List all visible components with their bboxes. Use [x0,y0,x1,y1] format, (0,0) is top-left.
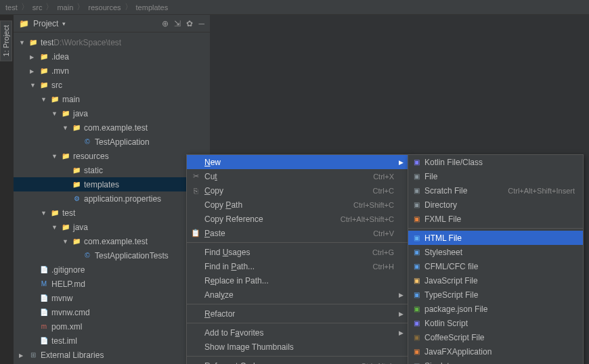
file-icon: 📄 [39,308,49,317]
tree-path: D:\WorkSpace\test [53,38,121,47]
arrow-icon[interactable] [41,96,47,103]
submenu-item-kotlin-script[interactable]: ▣Kotlin Script [408,316,583,330]
tree-item-external-libraries[interactable]: ⊞External Libraries [14,348,210,362]
html-icon: ▣ [411,233,422,243]
menu-item-refactor[interactable]: Refactor▶ [187,306,408,321]
tree-label: TestApplication [95,137,150,147]
file-icon: ▣ [411,172,422,181]
side-tab-project[interactable]: 1: Project [0,20,12,61]
submenu-item-javascript-file[interactable]: ▣JavaScript File [408,273,583,288]
arrow-icon[interactable] [62,238,69,245]
pkg-icon: ▣ [411,304,422,314]
breadcrumb-item[interactable]: src [32,3,43,12]
folder-icon: 📁 [72,166,81,175]
tree-item--gitignore[interactable]: 📄.gitignore [14,263,210,277]
arrow-icon[interactable] [41,210,47,217]
submenu-item-coffeescript-file[interactable]: ▣CoffeeScript File [408,330,583,344]
expand-icon[interactable]: ⇲ [174,19,181,28]
arrow-icon[interactable] [19,352,26,359]
gear-icon[interactable]: ✿ [186,19,193,28]
tree-item-templates[interactable]: 📁templates [14,177,210,191]
menu-label: New [204,158,394,167]
arrow-icon[interactable] [19,39,26,46]
submenu-item-typescript-file[interactable]: ▣TypeScript File [408,288,583,302]
menu-item-cut[interactable]: ✂CutCtrl+X [187,169,408,183]
ts-icon: ▣ [411,290,422,300]
breadcrumb-item[interactable]: test [5,3,18,12]
submenu-item-cfml-cfc-file[interactable]: ▣CFML/CFC file [408,259,583,273]
folder-icon: 📁 [39,52,49,62]
menu-item-paste[interactable]: 📋PasteCtrl+V [187,226,408,240]
tree-item-mvnw[interactable]: 📄mvnw [14,291,210,305]
tree-label: templates [84,180,119,189]
submenu-item-kotlin-file-class[interactable]: ▣Kotlin File/Class [408,155,583,169]
menu-item-add-to-favorites[interactable]: Add to Favorites▶ [187,325,408,340]
menu-item-new[interactable]: New▶ [187,155,408,169]
menu-item-copy[interactable]: ⎘CopyCtrl+C [187,183,408,198]
menu-item-find-usages[interactable]: Find UsagesCtrl+G [187,245,408,259]
breadcrumb-item[interactable]: templates [136,3,169,12]
tree-item-java[interactable]: 📁java [14,106,210,120]
menu-item-reformat-code[interactable]: Reformat CodeCtrl+Alt+L [187,359,408,364]
menu-item-show-image-thumbnails[interactable]: Show Image Thumbnails [187,340,408,354]
menu-item-find-in-path-[interactable]: Find in Path...Ctrl+H [187,259,408,273]
menu-item-copy-reference[interactable]: Copy ReferenceCtrl+Alt+Shift+C [187,212,408,226]
project-panel: 📁 Project ▾ ⊕ ⇲ ✿ ─ 📁test D:\WorkSpace\t… [14,15,210,364]
submenu-item-javafxapplication[interactable]: ▣JavaFXApplication [408,344,583,359]
tree-label: static [84,166,103,175]
menu-label: Paste [204,229,373,238]
submenu-item-scratch-file[interactable]: ▣Scratch FileCtrl+Alt+Shift+Insert [408,183,583,198]
arrow-icon[interactable] [30,68,37,74]
submenu-item-html-file[interactable]: ▣HTML File [408,231,583,245]
dropdown-icon[interactable]: ▾ [62,20,66,27]
tree-item-main[interactable]: 📁main [14,92,210,106]
tree-item-src[interactable]: 📁src [14,78,210,92]
arrow-icon[interactable] [51,153,58,160]
shortcut: Ctrl+Alt+L [361,362,394,365]
tree-item-com-example-test[interactable]: 📁com.example.test [14,120,210,135]
submenu-item-package-json-file[interactable]: ▣package.json File [408,302,583,316]
arrow-icon[interactable] [51,224,58,231]
arrow-icon[interactable] [30,82,37,89]
project-icon: 📁 [19,19,29,28]
submenu-label: package.json File [424,304,575,314]
tree-item-test[interactable]: 📁test [14,206,210,220]
tree-item-resources[interactable]: 📁resources [14,149,210,163]
breadcrumb-item[interactable]: resources [88,3,121,12]
submenu-label: TypeScript File [424,290,575,300]
tree-item--mvn[interactable]: 📁.mvn [14,64,210,78]
tree-item-testapplicationtests[interactable]: ©TestApplicationTests [14,248,210,263]
submenu-item-stylesheet[interactable]: ▣Stylesheet [408,245,583,259]
folder-icon: 📁 [50,208,60,218]
tree-item-static[interactable]: 📁static [14,163,210,177]
arrow-icon[interactable] [30,53,37,60]
tree-item-com-example-test[interactable]: 📁com.example.test [14,234,210,248]
cfml-icon: ▣ [411,262,422,271]
menu-label: Cut [204,172,373,181]
tree-item-application-properties[interactable]: ⚙application.properties [14,191,210,206]
target-icon[interactable]: ⊕ [162,19,169,28]
chevron-right-icon: 〉 [125,1,133,13]
menu-item-replace-in-path-[interactable]: Replace in Path... [187,273,408,288]
tree-item-test-iml[interactable]: 📄test.iml [14,334,210,348]
menu-item-analyze[interactable]: Analyze▶ [187,288,408,302]
tree-item-help-md[interactable]: MHELP.md [14,277,210,291]
submenu-item-fxml-file[interactable]: ▣FXML File [408,212,583,226]
submenu-item-directory[interactable]: ▣Directory [408,198,583,212]
collapse-icon[interactable]: ─ [198,19,204,28]
submenu-item-file[interactable]: ▣File [408,169,583,183]
menu-label: Find in Path... [204,262,373,271]
tree-item-mvnw-cmd[interactable]: 📄mvnw.cmd [14,305,210,319]
tree-item-testapplication[interactable]: ©TestApplication [14,135,210,149]
submenu-item-singleton[interactable]: ▣Singleton [408,359,583,364]
folder-src-icon: 📁 [61,109,70,118]
tree-item-java[interactable]: 📁java [14,220,210,234]
menu-label: Copy [204,186,373,196]
tree-item-test[interactable]: 📁test D:\WorkSpace\test [14,35,210,49]
menu-item-copy-path[interactable]: Copy PathCtrl+Shift+C [187,198,408,212]
arrow-icon[interactable] [62,124,69,131]
breadcrumb-item[interactable]: main [57,3,73,12]
tree-item-pom-xml[interactable]: mpom.xml [14,319,210,334]
arrow-icon[interactable] [51,110,58,117]
tree-item--idea[interactable]: 📁.idea [14,49,210,64]
